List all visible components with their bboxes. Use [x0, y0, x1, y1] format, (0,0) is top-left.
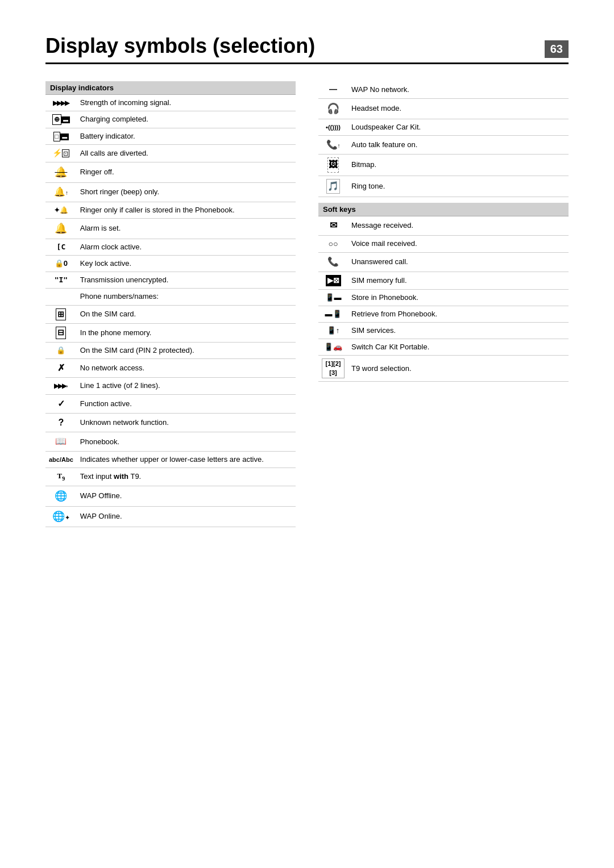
phonebook-icon: 📖	[55, 435, 67, 448]
icon-cell: —	[318, 81, 348, 98]
table-row: 🎧 Headset mode.	[318, 98, 569, 119]
table-row: 📖 Phonebook.	[45, 432, 296, 451]
table-row: 🔒0 Key lock active.	[45, 256, 296, 272]
ringer-stored-icon: ✦🔔	[54, 206, 68, 215]
table-row: "I" Transmission unencrypted.	[45, 272, 296, 289]
icon-cell: 🔔↑	[45, 183, 77, 202]
wap-no-network-icon: —	[329, 84, 337, 95]
icon-cell: 🌐	[45, 486, 77, 506]
left-column: Display indicators ▶▶▶▶ Strength of inco…	[45, 81, 296, 527]
calls-diverted-icon: ⚡	[52, 148, 62, 159]
description-cell: Message received.	[348, 216, 569, 235]
retrieve-phonebook-icon: ▬📱	[325, 309, 342, 319]
description-cell: Store in Phonebook.	[348, 289, 569, 306]
ringtone-icon: 🎵	[326, 179, 340, 194]
page-number: 63	[545, 40, 569, 58]
display-indicators-header: Display indicators	[45, 81, 296, 95]
table-row: •(()))) Loudspeaker Car Kit.	[318, 119, 569, 135]
description-cell: WAP Online.	[77, 506, 296, 527]
headset-icon: 🎧	[327, 102, 339, 116]
description-cell: Strength of incoming signal.	[77, 95, 296, 111]
icon-cell: 📱🚗	[318, 339, 348, 356]
table-row: ✓ Function active.	[45, 394, 296, 413]
table-row: 🔒 On the SIM card (PIN 2 protected).	[45, 342, 296, 358]
description-cell: Phone numbers/names:	[77, 289, 296, 305]
page-container: Display symbols (selection) 63 Display i…	[0, 0, 614, 868]
icon-cell: 📱▬	[318, 289, 348, 306]
icon-cell: ✓	[45, 394, 77, 413]
icon-cell: 🔒0	[45, 256, 77, 272]
icon-cell: □▬	[45, 128, 77, 144]
icon-cell: 🔒	[45, 342, 77, 358]
icon-cell: ⊞	[45, 305, 77, 324]
description-cell: WAP Offline.	[77, 486, 296, 506]
wap-offline-icon: 🌐	[55, 489, 67, 503]
table-row: 📞 Unanswered call.	[318, 253, 569, 272]
alarm-set-icon: 🔔	[55, 222, 67, 236]
table-row: T9 Text input with T9.	[45, 468, 296, 486]
description-cell: All calls are diverted.	[77, 145, 296, 162]
no-network-icon: ✗	[57, 362, 65, 374]
table-row: ▶▶▶▶ Strength of incoming signal.	[45, 95, 296, 111]
description-cell: Phonebook.	[77, 432, 296, 451]
function-active-icon: ✓	[57, 398, 65, 410]
description-cell: Bitmap.	[348, 155, 569, 176]
display-indicators-table: ▶▶▶▶ Strength of incoming signal. ⊕▬ Cha…	[45, 95, 296, 527]
icon-cell: ▶▶▶›	[45, 378, 77, 394]
table-row: ⊕▬ Charging completed.	[45, 111, 296, 128]
table-row: 🔔↑ Short ringer (beep) only.	[45, 183, 296, 202]
soft-keys-header: Soft keys	[318, 203, 569, 216]
icon-cell: ○○	[318, 235, 348, 253]
t9-word-selection-icon: [1][2][3]	[322, 358, 345, 378]
charging-icon: ⊕	[52, 114, 61, 125]
key-lock-icon: 🔒0	[55, 258, 68, 269]
sim-memory-full-icon: ▶⊠	[326, 275, 341, 286]
description-cell: Key lock active.	[77, 256, 296, 272]
table-row: Phone numbers/names:	[45, 289, 296, 305]
table-row: ▬📱 Retrieve from Phonebook.	[318, 306, 569, 322]
description-cell: Charging completed.	[77, 111, 296, 128]
abc-abc-icon: abc/Abc	[49, 456, 73, 464]
content-area: Display indicators ▶▶▶▶ Strength of inco…	[45, 81, 569, 527]
description-cell: Text input with T9.	[77, 468, 296, 486]
description-cell: On the SIM card.	[77, 305, 296, 324]
table-row: ✗ No network access.	[45, 359, 296, 378]
sim-card-icon: ⊞	[56, 308, 66, 321]
table-row: 🎵 Ring tone.	[318, 176, 569, 197]
description-cell: Alarm is set.	[77, 218, 296, 239]
description-cell: Auto talk feature on.	[348, 135, 569, 154]
icon-cell: [C	[45, 239, 77, 255]
icon-cell	[45, 289, 77, 305]
table-row: 🌐✦ WAP Online.	[45, 506, 296, 527]
icon-cell: ⚡⊡	[45, 145, 77, 162]
table-row: 📱🚗 Switch Car Kit Portable.	[318, 339, 569, 356]
description-cell: On the SIM card (PIN 2 protected).	[77, 342, 296, 358]
store-phonebook-icon: 📱▬	[325, 293, 342, 303]
icon-cell: ✉	[318, 216, 348, 235]
table-row: ✉ Message received.	[318, 216, 569, 235]
description-cell: Function active.	[77, 394, 296, 413]
sim-pin2-icon: 🔒	[56, 345, 65, 356]
description-cell: Retrieve from Phonebook.	[348, 306, 569, 322]
icon-cell: ⊟	[45, 324, 77, 343]
description-cell: SIM memory full.	[348, 272, 569, 289]
icon-cell: ⊕▬	[45, 111, 77, 128]
table-row: ▶⊠ SIM memory full.	[318, 272, 569, 289]
description-cell: Short ringer (beep) only.	[77, 183, 296, 202]
table-row: 🖼 Bitmap.	[318, 155, 569, 176]
description-cell: Transmission unencrypted.	[77, 272, 296, 289]
battery-icon: □	[53, 132, 61, 141]
description-cell: Battery indicator.	[77, 128, 296, 144]
switch-car-kit-icon: 📱🚗	[324, 342, 342, 352]
line1-icon: ▶▶▶	[54, 382, 66, 390]
wap-online-icon: 🌐	[52, 510, 65, 524]
table-row: 📱▬ Store in Phonebook.	[318, 289, 569, 306]
table-row: ✦🔔 Ringer only if caller is stored in th…	[45, 202, 296, 218]
phone-memory-icon: ⊟	[56, 327, 66, 339]
description-cell: Ring tone.	[348, 176, 569, 197]
table-row: □▬ Battery indicator.	[45, 128, 296, 144]
sim-services-icon: 📱↑	[327, 326, 340, 336]
description-cell: T9 word selection.	[348, 356, 569, 382]
description-cell: WAP No network.	[348, 81, 569, 98]
signal-strength-icon: ▶▶▶▶	[53, 99, 69, 107]
